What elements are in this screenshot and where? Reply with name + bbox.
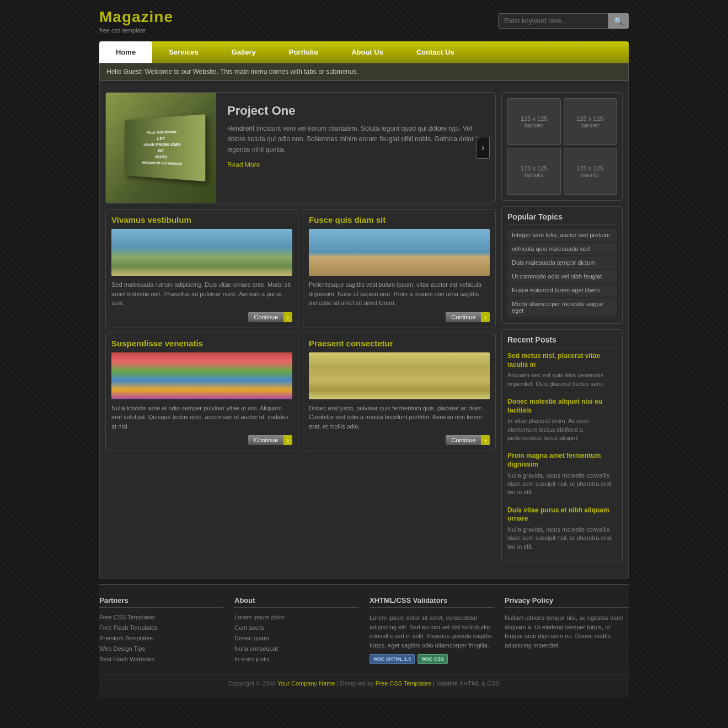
recent-post-3: Proin magna amet fermentum dignissim Nul… — [507, 452, 617, 501]
recent-post-4: Duis vitae purus et nibh aliquam ornare … — [507, 506, 617, 555]
search-box: 🔍 — [498, 13, 629, 29]
nav-item-services[interactable]: Services — [152, 41, 215, 63]
sidebar: 125 x 125banner 125 x 125banner 125 x 12… — [501, 92, 623, 567]
article-title-1: Vivamus vestibulum — [111, 215, 292, 224]
banner-1[interactable]: 125 x 125banner — [507, 98, 561, 145]
article-box-1: Vivamus vestibulum Sed malesuada rutrum … — [105, 209, 298, 328]
article-title-4: Praesent consectetur — [309, 339, 490, 348]
nav-link-about[interactable]: About Us — [335, 41, 400, 63]
nav-list: Home Services Gallery Portfolio About Us… — [99, 41, 629, 63]
nav-link-services[interactable]: Services — [152, 41, 215, 63]
nav-item-portfolio[interactable]: Portfolio — [272, 41, 335, 63]
recent-post-2: Donec molestie aliquet nisi eu facilisis… — [507, 398, 617, 447]
partner-link-1[interactable]: Free CSS Templates — [99, 613, 223, 621]
continue-arrow-2: › — [481, 312, 490, 322]
nav-link-home[interactable]: Home — [99, 41, 152, 63]
topic-item-1[interactable]: Integer sem felis, auctor sed pretium — [507, 229, 617, 242]
footer-bottom: Copyright © 2048 Your Company Name | Des… — [99, 674, 629, 687]
copyright-text: Copyright © 2048 — [228, 680, 276, 687]
article-body-3: Nulla lobortis ante et odio semper pulvi… — [111, 404, 292, 431]
banner-grid: 125 x 125banner 125 x 125banner 125 x 12… — [501, 92, 623, 201]
continue-button-2[interactable]: Continue — [446, 312, 481, 322]
featured-text-area: Project One Hendrerit tincidunt vero vel… — [216, 93, 495, 203]
banner-3[interactable]: 125 x 125banner — [507, 148, 561, 195]
continue-arrow-1: › — [283, 312, 292, 322]
book-text: Your SolutionsLETYOUR PROBLEMSBEOURSwelc… — [140, 125, 185, 170]
partner-link-2[interactable]: Free Flash Templates — [99, 624, 223, 631]
company-link[interactable]: Your Company Name — [277, 680, 337, 687]
footer-partners: Partners Free CSS Templates Free Flash T… — [99, 596, 223, 666]
topic-item-4[interactable]: Ut commodo odio vel nibh feugiat — [507, 270, 617, 283]
recent-post-title-3[interactable]: Proin magna amet fermentum dignissim — [507, 452, 617, 469]
article-body-4: Donec erat justo, pulvinar quis fermentu… — [309, 404, 490, 431]
recent-post-title-1[interactable]: Sed metus nisl, placerat vitae iaculis i… — [507, 352, 617, 369]
nav-link-gallery[interactable]: Gallery — [215, 41, 272, 63]
recent-post-body-3: Nulla gravida, lacus molestie convallis … — [507, 472, 617, 497]
topic-item-3[interactable]: Duis malesuada tempor dictum — [507, 256, 617, 269]
search-button[interactable]: 🔍 — [608, 13, 629, 29]
nav-item-gallery[interactable]: Gallery — [215, 41, 272, 63]
banner-2[interactable]: 125 x 125banner — [564, 98, 617, 145]
nav-item-home[interactable]: Home — [99, 41, 152, 63]
nav-item-about[interactable]: About Us — [335, 41, 400, 63]
footer-partners-title: Partners — [99, 596, 223, 608]
footer-privacy: Privacy Policy Nullam ultrices tempor ni… — [505, 596, 629, 666]
xhtml-badge[interactable]: W3C XHTML 1.0 — [370, 654, 415, 664]
footer-about-title: About — [234, 596, 358, 608]
footer-columns: Partners Free CSS Templates Free Flash T… — [99, 596, 629, 666]
popular-topics-title: Popular Topics — [507, 212, 617, 224]
content-area: Your SolutionsLETYOUR PROBLEMSBEOURSwelc… — [105, 92, 496, 567]
topic-item-2[interactable]: vehicula quis malesuada sed — [507, 243, 617, 255]
about-link-3[interactable]: Donec quam — [234, 634, 358, 642]
about-link-4[interactable]: Nulla consequat — [234, 645, 358, 652]
recent-posts-title: Recent Posts — [507, 335, 617, 347]
about-link-1[interactable]: Lorem ipsum dolor — [234, 613, 358, 621]
nav-item-contact[interactable]: Contact Us — [400, 41, 471, 63]
recent-post-1: Sed metus nisl, placerat vitae iaculis i… — [507, 352, 617, 393]
css-badge[interactable]: W3C CSS — [417, 654, 448, 664]
site-subtitle: free css template — [99, 27, 173, 34]
article-title-2: Fusce quis diam sit — [309, 215, 490, 224]
partner-link-3[interactable]: Premium Templates — [99, 634, 223, 642]
read-more-link[interactable]: Read More — [227, 161, 260, 169]
continue-button-4[interactable]: Continue — [446, 435, 481, 445]
partner-link-4[interactable]: Web Design Tips — [99, 645, 223, 652]
featured-section: Your SolutionsLETYOUR PROBLEMSBEOURSwelc… — [105, 92, 496, 204]
body-wrapper: Your SolutionsLETYOUR PROBLEMSBEOURSwelc… — [99, 81, 629, 579]
article-image-4 — [309, 352, 490, 399]
nav-link-contact[interactable]: Contact Us — [400, 41, 471, 63]
continue-arrow-4: › — [481, 435, 490, 445]
about-link-5[interactable]: In enim justo — [234, 655, 358, 663]
topic-item-6[interactable]: Morbi ullamcorper molestie augue eget — [507, 298, 617, 317]
recent-post-title-2[interactable]: Donec molestie aliquet nisi eu facilisis — [507, 398, 617, 415]
footer-validators-body: Lorem ipsum dolor sit amet, consectetur … — [370, 613, 494, 650]
recent-post-title-4[interactable]: Duis vitae purus et nibh aliquam ornare — [507, 506, 617, 523]
article-body-2: Pellentesque sagittis vestibulum ipsum, … — [309, 280, 490, 308]
article-box-4: Praesent consectetur Donec erat justo, p… — [303, 333, 496, 452]
welcome-text: Hello Guest! Welcome to our Website. Thi… — [106, 68, 358, 76]
search-input[interactable] — [498, 13, 608, 29]
next-button[interactable]: › — [476, 137, 490, 159]
featured-body: Hendrerit tincidunt vero vel eorum clari… — [227, 124, 484, 156]
partner-link-5[interactable]: Best Flash Websites — [99, 655, 223, 663]
article-footer-4: Continue › — [309, 435, 490, 445]
main-layout: Your SolutionsLETYOUR PROBLEMSBEOURSwelc… — [105, 87, 623, 572]
designer-link[interactable]: Free CSS Templates — [376, 680, 431, 687]
article-image-1 — [111, 229, 292, 276]
recent-post-body-2: In vitae placerat enim. Aenean elementum… — [507, 417, 617, 442]
nav-link-portfolio[interactable]: Portfolio — [272, 41, 335, 63]
continue-button-1[interactable]: Continue — [248, 312, 283, 322]
continue-button-3[interactable]: Continue — [248, 435, 283, 445]
article-footer-2: Continue › — [309, 312, 490, 322]
footer: Partners Free CSS Templates Free Flash T… — [99, 584, 629, 698]
footer-validators-title: XHTML/CSS Validators — [370, 596, 494, 608]
article-box-2: Fusce quis diam sit Pellentesque sagitti… — [303, 209, 496, 328]
recent-post-body-1: Aliquam nec est quis felis venenatis imp… — [507, 371, 617, 388]
about-link-2[interactable]: Cum sociis — [234, 624, 358, 631]
article-title-3: Suspendisse venenatis — [111, 339, 292, 348]
banner-4[interactable]: 125 x 125banner — [564, 148, 617, 195]
designed-by-label: | Designed by — [337, 680, 376, 687]
topic-item-5[interactable]: Fusce euismod lorem eget libero — [507, 284, 617, 297]
header: Magazine free css template 🔍 — [99, 0, 629, 41]
footer-privacy-body: Nullam ultrices tempor nisi, ac egestas … — [505, 613, 629, 650]
